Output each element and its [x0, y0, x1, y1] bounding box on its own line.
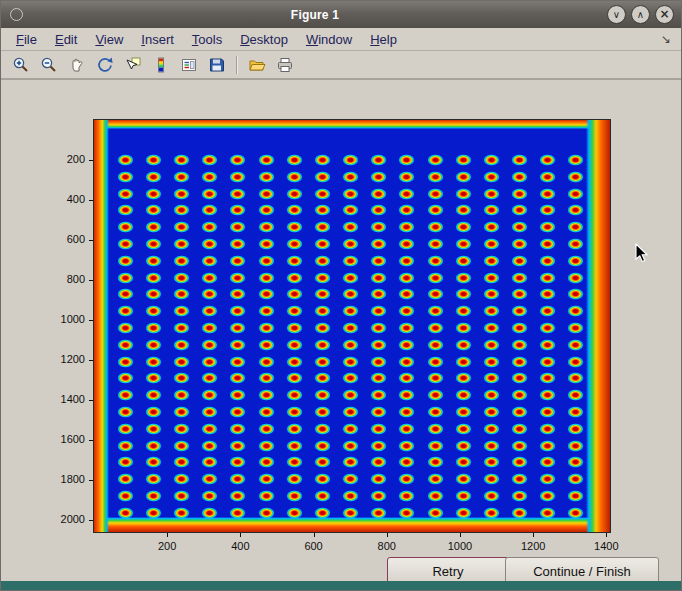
spot [427, 423, 444, 435]
heatmap-image[interactable] [93, 119, 611, 533]
spot [398, 507, 415, 519]
y-tick-mark [89, 400, 93, 401]
spot [567, 406, 584, 418]
spot [455, 288, 472, 300]
pan-button[interactable] [64, 52, 90, 78]
spot [511, 221, 528, 233]
menu-help[interactable]: Help [361, 30, 406, 49]
spot [455, 171, 472, 183]
spot [567, 221, 584, 233]
spot [511, 305, 528, 317]
spot [117, 221, 134, 233]
spot [342, 372, 359, 384]
spot [201, 423, 218, 435]
menu-view[interactable]: View [86, 30, 132, 49]
spot [201, 305, 218, 317]
close-button[interactable]: × [655, 5, 674, 24]
spot [567, 238, 584, 250]
spot [117, 305, 134, 317]
spot [117, 171, 134, 183]
menu-overflow-icon[interactable]: ↘ [661, 32, 671, 46]
spot [145, 171, 162, 183]
spot [258, 322, 275, 334]
spot [229, 473, 246, 485]
menu-window[interactable]: Window [297, 30, 361, 49]
menu-tools[interactable]: Tools [183, 30, 231, 49]
titlebar[interactable]: Figure 1 ∨ ∧ × [1, 1, 681, 28]
maximize-button[interactable]: ∧ [631, 5, 650, 24]
spot [145, 490, 162, 502]
spot [173, 272, 190, 284]
y-tick-mark [89, 320, 93, 321]
spot [370, 255, 387, 267]
insert-legend-button[interactable] [176, 52, 202, 78]
spot [511, 440, 528, 452]
spot [370, 188, 387, 200]
spot [258, 423, 275, 435]
spot [145, 305, 162, 317]
spot [258, 456, 275, 468]
save-button[interactable] [204, 52, 230, 78]
spot [145, 238, 162, 250]
spot [314, 288, 331, 300]
spot [342, 473, 359, 485]
spot [145, 272, 162, 284]
data-cursor-button[interactable] [120, 52, 146, 78]
spot [455, 322, 472, 334]
spot [117, 473, 134, 485]
menubar: File Edit View Insert Tools Desktop Wind… [1, 28, 681, 51]
spot [455, 238, 472, 250]
spot [539, 204, 556, 216]
spot [398, 171, 415, 183]
spot [314, 507, 331, 519]
menu-insert[interactable]: Insert [132, 30, 183, 49]
spot [511, 339, 528, 351]
spot [342, 356, 359, 368]
spot [398, 339, 415, 351]
menu-file[interactable]: File [7, 30, 46, 49]
menu-edit[interactable]: Edit [46, 30, 86, 49]
toolbar-separator [236, 56, 238, 74]
print-button[interactable] [272, 52, 298, 78]
spot [398, 288, 415, 300]
window-menu-icon[interactable] [10, 8, 23, 21]
spot [173, 305, 190, 317]
spot [370, 272, 387, 284]
spot [117, 423, 134, 435]
spot [370, 456, 387, 468]
spot [398, 456, 415, 468]
spot [539, 372, 556, 384]
shade-button[interactable]: ∨ [607, 5, 626, 24]
spot [117, 356, 134, 368]
y-tick-label: 200 [41, 153, 85, 165]
spot [483, 507, 500, 519]
rotate-3d-button[interactable] [92, 52, 118, 78]
spot [258, 272, 275, 284]
spot [511, 490, 528, 502]
zoom-out-button[interactable] [36, 52, 62, 78]
menu-desktop[interactable]: Desktop [231, 30, 297, 49]
spot [455, 490, 472, 502]
spot [342, 305, 359, 317]
legend-icon [180, 56, 198, 74]
spot [145, 188, 162, 200]
spot [229, 372, 246, 384]
spot [314, 372, 331, 384]
spot [145, 204, 162, 216]
spot [229, 322, 246, 334]
zoom-in-button[interactable] [8, 52, 34, 78]
spot [314, 473, 331, 485]
spot [229, 507, 246, 519]
spot [342, 339, 359, 351]
spot [567, 490, 584, 502]
open-button[interactable] [244, 52, 270, 78]
insert-colorbar-button[interactable] [148, 52, 174, 78]
spot [342, 423, 359, 435]
y-tick-label: 400 [41, 193, 85, 205]
spot [427, 406, 444, 418]
spot [511, 171, 528, 183]
spot [427, 255, 444, 267]
spot [117, 204, 134, 216]
spot [342, 456, 359, 468]
spot [483, 238, 500, 250]
